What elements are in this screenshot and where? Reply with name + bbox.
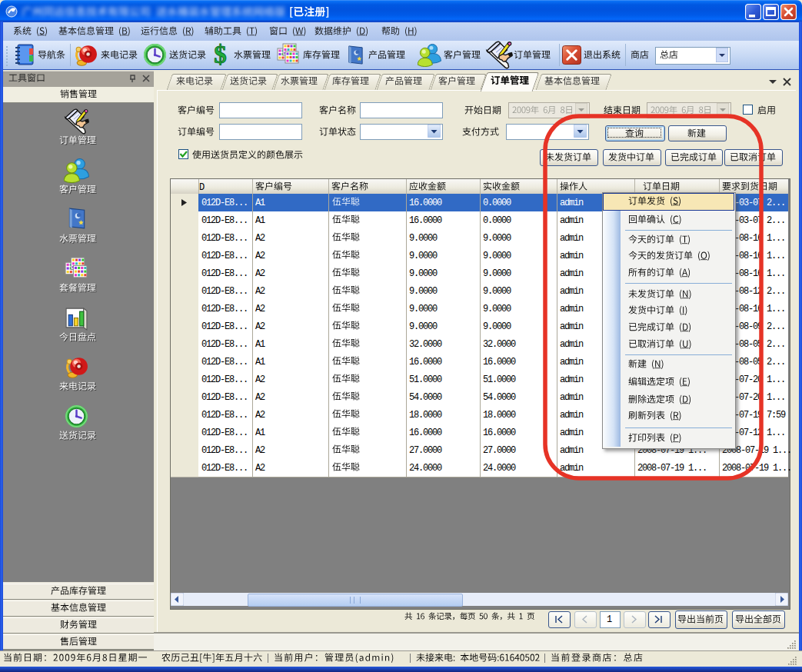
svg-text:$: $ [214, 43, 226, 67]
